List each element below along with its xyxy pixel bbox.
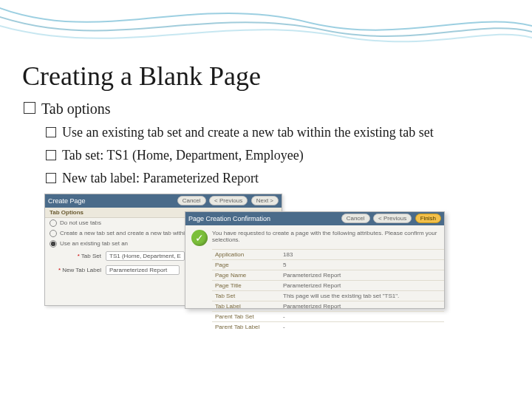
bullet-box-icon [46, 150, 56, 160]
bullet-box-icon [24, 102, 35, 114]
finish-button[interactable]: Finish [415, 214, 441, 223]
radio-icon [50, 230, 57, 237]
row-value: Parameterized Report [280, 301, 444, 311]
row-label: Parent Tab Label [212, 321, 280, 332]
row-value: Parameterized Report [280, 280, 444, 290]
row-value: Parameterized Report [280, 270, 444, 280]
bullet-box-icon [46, 127, 56, 137]
row-value: - [280, 311, 444, 321]
confirmation-message: You have requested to create a page with… [212, 225, 444, 246]
row-value: - [280, 321, 444, 332]
row-value: This page will use the existing tab set … [280, 290, 444, 301]
row-label: Page [212, 259, 280, 270]
radio-icon [50, 240, 57, 248]
row-label: Tab Label [212, 301, 280, 311]
bullet-text: Tab set: TS1 (Home, Department, Employee… [62, 147, 304, 164]
tab-set-select[interactable]: TS1 (Home, Department, E [106, 251, 185, 261]
dialog-title: Create Page [48, 197, 86, 205]
field-label: *Tab Set [50, 253, 101, 259]
bullet-level2: New tab label: Parameterized Report [44, 170, 510, 187]
cancel-button[interactable]: Cancel [177, 196, 206, 205]
slide-title: Creating a Blank Page [22, 62, 510, 92]
bullet-text: Tab options [41, 99, 111, 118]
row-label: Application [212, 249, 280, 259]
row-label: Tab Set [212, 290, 280, 301]
bullet-level1: Tab options [22, 99, 510, 118]
row-label: Page Name [212, 270, 280, 280]
bullet-text: New tab label: Parameterized Report [62, 170, 259, 187]
cancel-button[interactable]: Cancel [341, 214, 370, 223]
row-label: Parent Tab Set [212, 311, 280, 321]
row-value: 183 [280, 249, 444, 259]
radio-label: Use an existing tab set an [60, 240, 128, 247]
row-label: Page Title [212, 280, 280, 290]
radio-label: Do not use tabs [60, 219, 101, 226]
new-tab-label-input[interactable]: Parameterized Report [106, 265, 180, 275]
dialog-title: Page Creation Confirmation [188, 215, 270, 222]
previous-button[interactable]: < Previous [373, 214, 412, 223]
bullet-text: Use an existing tab set and create a new… [62, 124, 434, 141]
next-button[interactable]: Next > [251, 196, 279, 205]
bullet-box-icon [46, 173, 56, 183]
page-creation-confirmation-dialog: Page Creation Confirmation Cancel < Prev… [185, 211, 445, 309]
slide-body: Creating a Blank Page Tab options Use an… [0, 0, 532, 330]
bullet-level2: Tab set: TS1 (Home, Department, Employee… [44, 147, 510, 164]
field-label: *New Tab Label [50, 267, 101, 273]
bullet-level2: Use an existing tab set and create a new… [44, 124, 510, 141]
row-value: 5 [280, 259, 444, 270]
confirmation-table: Application183 Page5 Page NameParameteri… [212, 249, 444, 332]
previous-button[interactable]: < Previous [209, 196, 248, 205]
radio-icon [50, 219, 57, 227]
success-check-icon: ✓ [191, 230, 208, 246]
